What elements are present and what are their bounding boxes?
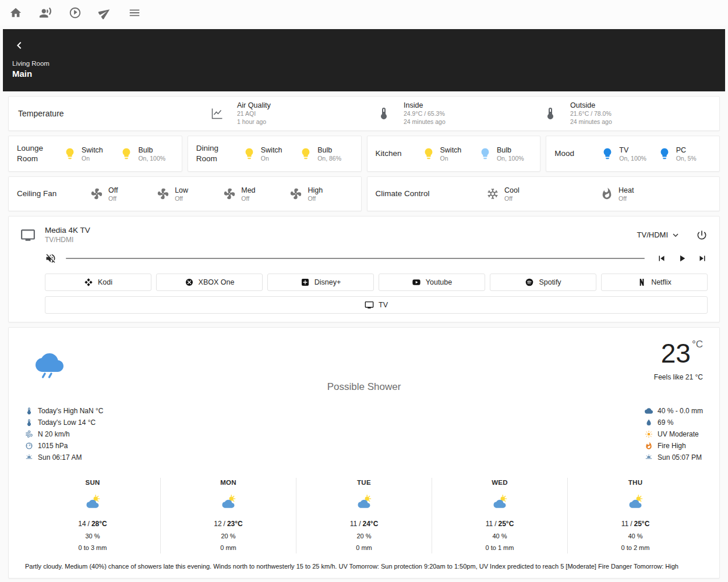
app-button-youtube[interactable]: Youtube — [379, 274, 485, 291]
app-label: Netflix — [651, 278, 672, 286]
app-button-disney-plus[interactable]: Disney+ — [267, 274, 374, 291]
mode-label: Low — [175, 186, 188, 194]
skip-previous-button[interactable] — [656, 253, 667, 264]
mode-label: Heat — [619, 186, 634, 194]
device-dining-bulb[interactable]: Bulb On, 86% — [299, 146, 352, 162]
sunrise-icon — [25, 453, 33, 462]
partly-cloudy-icon — [84, 494, 101, 510]
bulb-icon — [601, 147, 614, 160]
sensor-updated: 24 minutes ago — [570, 118, 612, 126]
thermometer-icon — [25, 418, 33, 427]
mode-label: Med — [241, 186, 255, 194]
mode-label: High — [308, 186, 323, 194]
breadcrumb: Living Room — [12, 60, 716, 67]
media-play-icon[interactable] — [69, 6, 82, 19]
chevron-down-icon — [670, 230, 681, 240]
send-icon[interactable] — [98, 6, 111, 19]
detail-rain-chance: 40 % - 0.0 mm — [645, 407, 703, 415]
climate-control-card: Climate Control Cool Off Heat Off — [367, 176, 720, 211]
volume-mute-button[interactable] — [45, 253, 56, 264]
sensor-air-quality[interactable]: Air Quality 21 AQI 1 hour ago — [210, 101, 377, 126]
page-header: Living Room Main — [3, 29, 725, 91]
uv-icon — [645, 430, 653, 438]
bulb-icon — [120, 147, 133, 160]
detail-wind: N 20 km/h — [25, 430, 103, 438]
device-label: PC — [676, 146, 697, 154]
device-dining-switch[interactable]: Switch On — [243, 146, 296, 162]
tv-source-button[interactable]: TV — [45, 296, 708, 314]
tv-button-label: TV — [379, 301, 388, 309]
device-label: Switch — [261, 146, 282, 154]
mode-state: Off — [308, 195, 323, 202]
sensor-inside[interactable]: Inside 24.9°C / 65.3% 24 minutes ago — [377, 101, 543, 126]
source-select[interactable]: TV/HDMI — [637, 230, 681, 240]
thermometer-icon — [25, 407, 33, 415]
skip-next-button[interactable] — [697, 253, 708, 264]
humidity-icon — [645, 418, 653, 427]
detail-pressure: 1015 hPa — [25, 442, 103, 450]
app-button-netflix[interactable]: Netflix — [601, 274, 708, 291]
room-name: Dining Room — [196, 143, 239, 164]
mode-label: Off — [108, 186, 118, 194]
device-lounge-switch[interactable]: Switch On — [63, 146, 116, 162]
ceiling-fan-card: Ceiling Fan Off Off Low Off Med Off High — [8, 176, 362, 211]
home-icon[interactable] — [9, 6, 22, 19]
device-label: Switch — [82, 146, 103, 154]
card-title-climate: Climate Control — [376, 189, 483, 199]
app-label: XBOX One — [199, 278, 235, 286]
device-mood-tv[interactable]: TV On, 100% — [601, 146, 654, 162]
media-player-card: Media 4K TV TV/HDMI TV/HDMI — [8, 216, 720, 322]
voice-assistant-icon[interactable] — [39, 6, 52, 19]
bulb-icon — [422, 147, 435, 160]
mode-state: Off — [241, 195, 255, 202]
climate-mode-cool[interactable]: Cool Off — [486, 186, 597, 202]
mode-state: Off — [175, 195, 188, 202]
disney-plus-icon — [301, 278, 310, 287]
partly-cloudy-icon — [220, 494, 236, 510]
app-button-xbox[interactable]: XBOX One — [156, 274, 263, 291]
partly-cloudy-icon — [356, 494, 372, 510]
temperature-unit: °C — [692, 339, 703, 350]
detail-fire-danger: Fire High — [645, 442, 703, 450]
device-kitchen-switch[interactable]: Switch On — [422, 146, 475, 162]
back-button[interactable] — [12, 38, 26, 52]
device-state: On — [261, 155, 282, 162]
main-content: Temperature Air Quality 21 AQI 1 hour ag… — [0, 91, 728, 582]
device-label: TV — [619, 146, 646, 154]
bulb-icon — [243, 147, 256, 160]
temperature-card: Temperature Air Quality 21 AQI 1 hour ag… — [8, 96, 720, 131]
device-kitchen-bulb[interactable]: Bulb On, 100% — [479, 146, 532, 162]
sensor-value: 21.6°C / 78.0% — [570, 110, 612, 118]
device-label: Bulb — [497, 146, 524, 154]
device-state: On, 100% — [497, 155, 524, 162]
fan-mode-low[interactable]: Low Off — [157, 186, 220, 202]
tv-icon — [365, 300, 374, 310]
weather-condition-icon — [31, 343, 68, 380]
fan-mode-med[interactable]: Med Off — [223, 186, 286, 202]
forecast-row: SUN 14/28°C 30 % 0 to 3 mm MON 12/23°C 2… — [25, 478, 703, 553]
media-title: Media 4K TV — [45, 226, 90, 235]
forecast-day-tue: TUE 11/24°C 20 % 0 mm — [296, 478, 432, 553]
device-label: Bulb — [138, 146, 165, 154]
fan-mode-high[interactable]: High Off — [289, 186, 352, 202]
wind-icon — [25, 430, 33, 438]
page-title: Main — [12, 69, 716, 79]
menu-icon[interactable] — [128, 6, 141, 19]
fan-mode-off[interactable]: Off Off — [90, 186, 153, 202]
sensor-label: Inside — [404, 101, 446, 109]
app-label: Spotify — [539, 278, 561, 286]
device-lounge-bulb[interactable]: Bulb On, 100% — [120, 146, 173, 162]
mode-state: Off — [619, 195, 634, 202]
climate-mode-heat[interactable]: Heat Off — [600, 186, 711, 202]
play-button[interactable] — [677, 253, 687, 264]
power-button[interactable] — [696, 229, 708, 241]
card-title-temperature: Temperature — [18, 109, 210, 118]
volume-slider[interactable] — [66, 258, 645, 259]
detail-uv: UV Moderate — [645, 430, 703, 438]
app-button-kodi[interactable]: Kodi — [45, 274, 151, 291]
sensor-outside[interactable]: Outside 21.6°C / 78.0% 24 minutes ago — [543, 101, 710, 126]
fan-icon — [289, 187, 302, 200]
device-mood-pc[interactable]: PC On, 5% — [658, 146, 711, 162]
forecast-day-wed: WED 11/25°C 40 % 0 to 1 mm — [432, 478, 567, 553]
app-button-spotify[interactable]: Spotify — [490, 274, 596, 291]
